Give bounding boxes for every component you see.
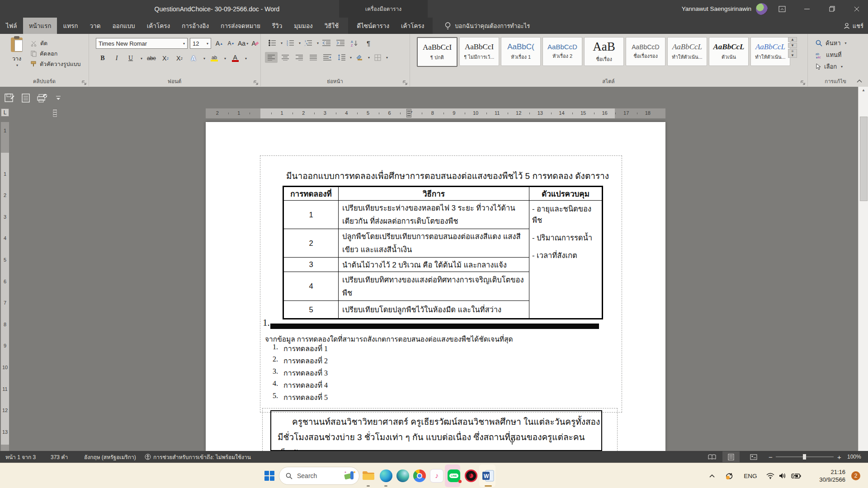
share-button[interactable]: แชร์: [844, 18, 863, 34]
shading-caret-icon[interactable]: ▾: [368, 56, 370, 60]
tab-home[interactable]: หน้าแรก: [23, 18, 57, 34]
tab-mailings[interactable]: การส่งจดหมาย: [215, 18, 266, 34]
web-layout-button[interactable]: [745, 451, 762, 462]
styles-scroll-down-button[interactable]: ▼: [788, 43, 797, 48]
zoom-out-button[interactable]: −: [769, 451, 773, 463]
underline-caret-icon[interactable]: ▾: [141, 56, 142, 61]
restore-button[interactable]: [821, 0, 843, 18]
style-title[interactable]: AaB ชื่อเรื่อง: [584, 37, 624, 66]
tab-file[interactable]: ไฟล์: [0, 18, 23, 34]
document-page[interactable]: มีนาออกแบบการทดลองเพื่อศึกษาการตอบสนองต่…: [206, 122, 665, 451]
read-mode-button[interactable]: [703, 451, 721, 462]
quick-print-button[interactable]: [36, 93, 48, 103]
tab-design[interactable]: ออกแบบ: [106, 18, 141, 34]
clipboard-dialog-launcher[interactable]: [81, 79, 87, 84]
font-size-select[interactable]: 12▾: [190, 38, 211, 49]
shading-button[interactable]: [353, 52, 366, 63]
style-heading2[interactable]: AaBbCcD หัวเรื่อง 2: [542, 37, 582, 66]
increase-indent-button[interactable]: [334, 38, 347, 48]
font-color-caret-icon[interactable]: ▾: [245, 56, 247, 61]
tab-insert[interactable]: แทรก: [57, 18, 84, 34]
line-spacing-button[interactable]: [335, 52, 348, 63]
sync-status-button[interactable]: [722, 463, 737, 488]
language-indicator[interactable]: อังกฤษ (สหรัฐอเมริกา): [84, 451, 136, 463]
word-count[interactable]: 373 คำ: [51, 451, 68, 463]
style-subtle-emphasis[interactable]: AaBbCcL ทำให้ตัวเน้น...: [667, 37, 707, 66]
left-indent-marker[interactable]: [52, 109, 57, 117]
text-effects-caret-icon[interactable]: ▾: [203, 56, 205, 61]
numbering-caret-icon[interactable]: ▾: [299, 41, 301, 45]
font-family-select[interactable]: Times New Romar▾: [96, 38, 188, 49]
replace-button[interactable]: abac แทนที่: [816, 50, 841, 60]
zoom-in-button[interactable]: +: [837, 451, 841, 463]
select-button[interactable]: เลือก▾: [816, 62, 843, 71]
edge-beta-button[interactable]: [395, 468, 411, 484]
selected-divider-bar[interactable]: [270, 324, 599, 329]
ribbon-display-options-button[interactable]: [771, 0, 793, 18]
paste-button[interactable]: วาง ▾: [6, 38, 27, 73]
battery-button[interactable]: [789, 463, 803, 488]
avatar[interactable]: [756, 3, 768, 15]
experiment-table[interactable]: การทดลองที่ วิธีการ ตัวแปรควบคุม 1 เปรีย…: [283, 186, 603, 319]
align-right-button[interactable]: [293, 52, 306, 63]
format-painter-button[interactable]: ตัวคัดวางรูปแบบ: [31, 60, 80, 69]
subscript-button[interactable]: X2: [160, 53, 170, 64]
align-center-button[interactable]: [279, 52, 292, 63]
borders-caret-icon[interactable]: ▾: [386, 56, 388, 60]
tab-stop-selector[interactable]: L: [1, 108, 9, 117]
bullets-button[interactable]: [266, 38, 278, 48]
vertical-scrollbar[interactable]: ▲: [858, 87, 868, 451]
cut-button[interactable]: ตัด: [31, 39, 47, 48]
zoom-level[interactable]: 100%: [847, 451, 861, 463]
superscript-button[interactable]: X2: [175, 53, 184, 64]
taskbar-search[interactable]: Search: [279, 467, 359, 485]
print-layout-button[interactable]: [722, 451, 740, 462]
volume-button[interactable]: [777, 463, 789, 488]
scroll-up-arrow-icon[interactable]: ▲: [859, 87, 868, 92]
align-left-button[interactable]: [265, 52, 278, 63]
style-subtitle[interactable]: AaBbCcD ชื่อเรื่องรอง: [626, 37, 665, 66]
highlight-button[interactable]: ab: [209, 53, 219, 64]
style-normal[interactable]: AaBbCcI ¶ ปกติ: [417, 37, 458, 67]
text-effects-button[interactable]: A: [189, 53, 198, 64]
decrease-indent-button[interactable]: [320, 38, 333, 48]
clock[interactable]: 21:16 30/9/2566: [813, 463, 845, 488]
tab-help[interactable]: วิธีใช้: [319, 18, 345, 34]
close-button[interactable]: [845, 0, 868, 18]
style-emphasis[interactable]: AaBbCcL ตัวเน้น: [709, 37, 749, 66]
chrome-button[interactable]: [411, 468, 428, 484]
justify-button[interactable]: [307, 52, 320, 63]
tab-review[interactable]: รีวิว: [266, 18, 288, 34]
bullets-caret-icon[interactable]: ▾: [281, 41, 283, 45]
word-button[interactable]: W: [480, 468, 496, 484]
qat-overflow-button[interactable]: [52, 93, 64, 103]
save-button[interactable]: [4, 93, 15, 103]
numbering-button[interactable]: 123: [284, 38, 297, 48]
copy-button[interactable]: คัดลอก: [31, 49, 57, 58]
scrollbar-thumb[interactable]: [860, 117, 868, 201]
italic-button[interactable]: I: [112, 53, 122, 64]
styles-scroll-up-button[interactable]: ▲: [788, 37, 797, 42]
multilevel-list-button[interactable]: 1ai: [302, 38, 315, 48]
tray-expand-button[interactable]: [705, 463, 719, 488]
grow-font-button[interactable]: A▲: [214, 38, 224, 49]
file-explorer-button[interactable]: [360, 468, 377, 484]
multilevel-caret-icon[interactable]: ▾: [317, 41, 319, 45]
tab-view[interactable]: มุมมอง: [288, 18, 318, 34]
strikethrough-button[interactable]: abe: [146, 53, 156, 64]
distribute-button[interactable]: [321, 52, 334, 63]
edge-button[interactable]: [378, 468, 394, 484]
borders-button[interactable]: [371, 52, 384, 63]
clear-formatting-button[interactable]: A: [250, 38, 260, 49]
font-dialog-launcher[interactable]: [253, 79, 259, 84]
tab-table-layout[interactable]: เค้าโครง: [395, 18, 430, 34]
tab-table-design[interactable]: ดีไซน์ตาราง: [351, 18, 395, 34]
show-paragraph-marks-button[interactable]: ¶: [362, 38, 375, 48]
find-button[interactable]: ค้นหา▾: [816, 38, 846, 48]
itunes-button[interactable]: ♪: [429, 468, 445, 484]
style-intense-emphasis[interactable]: AaBbCcL ทำให้ตัวเน้น...: [750, 37, 790, 66]
accessibility-status[interactable]: การช่วยสำหรับการเข้าถึง: ไม่พร้อมใช้งาน: [145, 451, 251, 463]
styles-gallery-more-button[interactable]: ≡▼: [788, 49, 797, 58]
collapse-ribbon-button[interactable]: [856, 77, 863, 85]
style-no-spacing[interactable]: AaBbCcI ¶ ไม่มีการเว้...: [459, 37, 499, 66]
